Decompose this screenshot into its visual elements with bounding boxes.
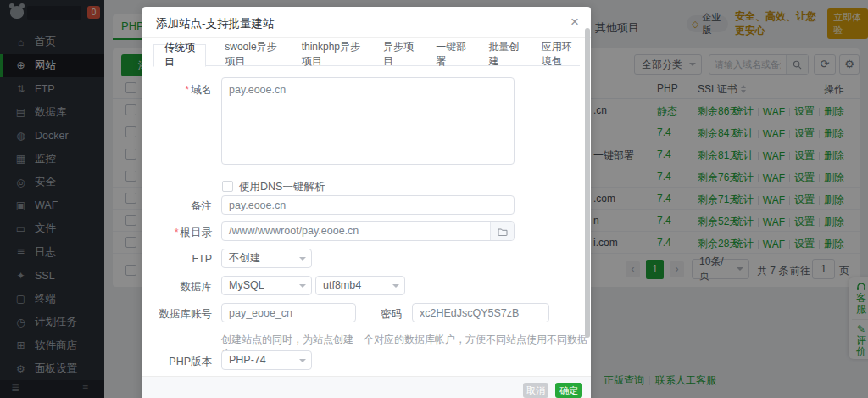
modal-scrollbar[interactable] xyxy=(585,28,590,338)
tab-one-click-deploy[interactable]: 一键部署 xyxy=(436,40,466,69)
tab-async-project[interactable]: 异步项目 xyxy=(383,40,414,69)
rootdir-input[interactable]: /www/wwwroot/pay.eooe.cn xyxy=(222,222,490,240)
db-user-label: 数据库账号 xyxy=(142,307,212,322)
tab-traditional-project[interactable]: 传统项目 xyxy=(153,44,206,67)
confirm-button[interactable]: 确定 xyxy=(555,383,582,398)
add-site-dialog: 添加站点-支持批量建站 × 传统项目 swoole异步项目 thinkphp异步… xyxy=(142,7,591,398)
cancel-button[interactable]: 取消 xyxy=(523,383,548,398)
remark-input[interactable] xyxy=(221,195,515,215)
php-version-select[interactable]: PHP-74 xyxy=(221,350,312,370)
dialog-title: 添加站点-支持批量建站 xyxy=(156,16,275,31)
tab-app-env-package[interactable]: 应用环境包 xyxy=(542,40,580,69)
rootdir-label: *根目录 xyxy=(142,226,212,240)
close-icon[interactable]: × xyxy=(570,14,579,31)
folder-picker-icon[interactable] xyxy=(490,222,514,240)
database-label: 数据库 xyxy=(142,280,212,294)
domain-textarea[interactable]: pay.eooe.cn xyxy=(221,77,515,165)
remark-label: 备注 xyxy=(142,199,212,214)
dialog-header: 添加站点-支持批量建站 × xyxy=(142,7,591,38)
db-charset-select[interactable]: utf8mb4 xyxy=(315,276,405,295)
tab-batch-create[interactable]: 批量创建 xyxy=(489,40,520,69)
ftp-label: FTP xyxy=(142,253,212,265)
chevron-down-icon xyxy=(299,359,306,362)
tab-swoole-project[interactable]: swoole异步项目 xyxy=(225,40,279,69)
php-version-label: PHP版本 xyxy=(142,355,212,369)
chevron-down-icon xyxy=(299,257,306,261)
tab-thinkphp-project[interactable]: thinkphp异步项目 xyxy=(302,40,361,69)
dns-resolve-label: 使用DNS一键解析 xyxy=(239,180,325,194)
dns-resolve-checkbox[interactable] xyxy=(222,181,233,192)
chevron-down-icon xyxy=(392,284,399,288)
rootdir-group: /www/wwwroot/pay.eooe.cn xyxy=(221,221,515,241)
dialog-tabs: 传统项目 swoole异步项目 thinkphp异步项目 异步项目 一键部署 批… xyxy=(153,43,580,66)
db-pass-label: 密码 xyxy=(332,307,402,322)
dialog-footer: 取消 确定 xyxy=(142,376,591,398)
db-pass-input[interactable] xyxy=(412,303,549,322)
chevron-down-icon xyxy=(299,284,306,288)
ftp-select[interactable]: 不创建 xyxy=(221,249,312,268)
db-type-select[interactable]: MySQL xyxy=(221,276,312,295)
domain-label: *域名 xyxy=(142,83,212,98)
